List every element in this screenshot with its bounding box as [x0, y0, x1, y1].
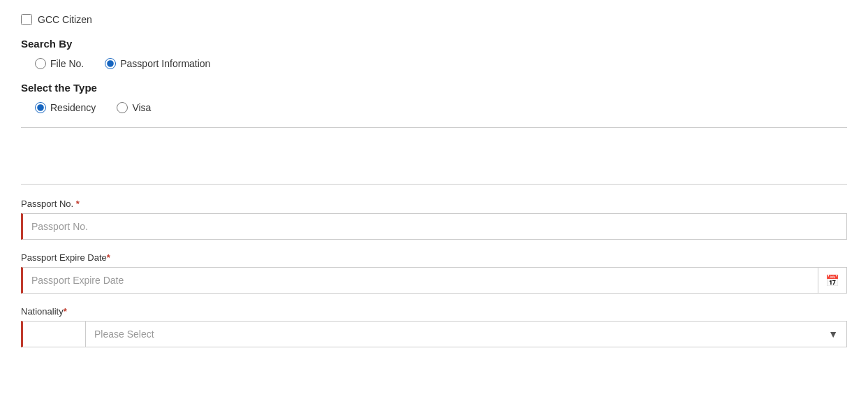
spacer	[21, 142, 847, 170]
visa-radio[interactable]	[117, 102, 128, 113]
passport-no-input[interactable]	[23, 214, 846, 239]
passport-info-radio[interactable]	[105, 58, 116, 69]
passport-expire-date-field: Passport Expire Date* 📅	[21, 252, 847, 294]
file-no-radio[interactable]	[35, 58, 46, 69]
nationality-required: *	[64, 306, 67, 317]
visa-label[interactable]: Visa	[132, 102, 151, 113]
passport-no-field: Passport No. *	[21, 198, 847, 240]
search-by-section: Search By File No. Passport Information	[21, 38, 847, 69]
gcc-citizen-row: GCC Citizen	[21, 14, 847, 25]
nationality-label: Nationality*	[21, 306, 847, 317]
passport-expire-date-input-wrapper: 📅	[21, 267, 847, 294]
passport-info-label[interactable]: Passport Information	[120, 58, 210, 69]
select-type-section: Select the Type Residency Visa	[21, 82, 847, 113]
divider-bottom	[21, 184, 847, 185]
residency-radio[interactable]	[35, 102, 46, 113]
nationality-flag-box	[23, 322, 86, 347]
passport-no-label: Passport No. *	[21, 198, 847, 209]
form-section: Passport No. * Passport Expire Date* 📅 N…	[21, 198, 847, 347]
gcc-citizen-label[interactable]: GCC Citizen	[38, 14, 92, 25]
nationality-select[interactable]: Please Select	[86, 322, 846, 347]
search-by-label: Search By	[21, 38, 847, 50]
search-by-passport-info[interactable]: Passport Information	[105, 58, 210, 69]
calendar-button[interactable]: 📅	[818, 268, 846, 293]
select-type-radio-group: Residency Visa	[35, 102, 847, 113]
search-by-file-no[interactable]: File No.	[35, 58, 84, 69]
divider-top	[21, 127, 847, 128]
select-type-label: Select the Type	[21, 82, 847, 94]
file-no-label[interactable]: File No.	[50, 58, 84, 69]
calendar-icon: 📅	[825, 274, 839, 287]
type-residency[interactable]: Residency	[35, 102, 96, 113]
search-by-radio-group: File No. Passport Information	[35, 58, 847, 69]
type-visa[interactable]: Visa	[117, 102, 151, 113]
passport-expire-date-input[interactable]	[23, 268, 818, 293]
gcc-citizen-checkbox[interactable]	[21, 14, 32, 25]
passport-expire-date-label: Passport Expire Date*	[21, 252, 847, 263]
nationality-select-wrapper: Please Select ▼	[86, 322, 846, 347]
passport-expire-required: *	[107, 252, 110, 263]
nationality-wrapper: Please Select ▼	[21, 321, 847, 347]
passport-no-input-wrapper	[21, 213, 847, 240]
passport-no-required: *	[73, 198, 80, 209]
nationality-field: Nationality* Please Select ▼	[21, 306, 847, 347]
residency-label[interactable]: Residency	[50, 102, 96, 113]
